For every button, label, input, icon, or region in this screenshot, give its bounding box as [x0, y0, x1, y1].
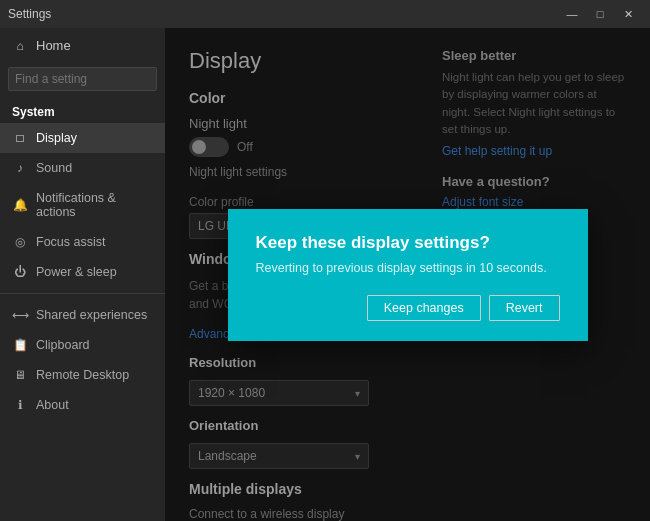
- sidebar-item-sound[interactable]: ♪ Sound: [0, 153, 165, 183]
- search-input[interactable]: [15, 72, 150, 86]
- sidebar-item-home[interactable]: ⌂ Home: [0, 28, 165, 63]
- sidebar-item-shared[interactable]: ⟷ Shared experiences: [0, 300, 165, 330]
- modal-title: Keep these display settings?: [256, 233, 560, 253]
- shared-icon: ⟷: [12, 308, 28, 322]
- about-icon: ℹ: [12, 398, 28, 412]
- sidebar-item-display[interactable]: □ Display: [0, 123, 165, 153]
- sidebar: ⌂ Home System □ Display ♪ Sound 🔔 Notifi…: [0, 28, 165, 521]
- sidebar-item-notifications-label: Notifications & actions: [36, 191, 153, 219]
- sidebar-home-label: Home: [36, 38, 71, 53]
- sidebar-item-about[interactable]: ℹ About: [0, 390, 165, 420]
- sidebar-item-sound-label: Sound: [36, 161, 72, 175]
- titlebar: Settings — □ ✕: [0, 0, 650, 28]
- sidebar-search-box[interactable]: [8, 67, 157, 91]
- close-button[interactable]: ✕: [614, 0, 642, 28]
- sidebar-item-power-label: Power & sleep: [36, 265, 117, 279]
- display-icon: □: [12, 131, 28, 145]
- sidebar-item-shared-label: Shared experiences: [36, 308, 147, 322]
- modal-overlay: Keep these display settings? Reverting t…: [165, 28, 650, 521]
- modal-subtitle: Reverting to previous display settings i…: [256, 261, 560, 275]
- app-layout: ⌂ Home System □ Display ♪ Sound 🔔 Notifi…: [0, 28, 650, 521]
- keep-changes-button[interactable]: Keep changes: [367, 295, 481, 321]
- minimize-button[interactable]: —: [558, 0, 586, 28]
- maximize-button[interactable]: □: [586, 0, 614, 28]
- sidebar-item-remote-label: Remote Desktop: [36, 368, 129, 382]
- sidebar-item-power[interactable]: ⏻ Power & sleep: [0, 257, 165, 287]
- sidebar-item-focus[interactable]: ◎ Focus assist: [0, 227, 165, 257]
- sidebar-item-display-label: Display: [36, 131, 77, 145]
- sidebar-item-notifications[interactable]: 🔔 Notifications & actions: [0, 183, 165, 227]
- sidebar-item-about-label: About: [36, 398, 69, 412]
- titlebar-title: Settings: [8, 7, 51, 21]
- revert-button[interactable]: Revert: [489, 295, 560, 321]
- power-icon: ⏻: [12, 265, 28, 279]
- clipboard-icon: 📋: [12, 338, 28, 352]
- sidebar-item-clipboard[interactable]: 📋 Clipboard: [0, 330, 165, 360]
- system-section-label: System: [0, 99, 165, 123]
- modal-buttons: Keep changes Revert: [256, 295, 560, 321]
- sidebar-divider: [0, 293, 165, 294]
- focus-icon: ◎: [12, 235, 28, 249]
- titlebar-controls: — □ ✕: [558, 0, 642, 28]
- notifications-icon: 🔔: [12, 198, 28, 212]
- sidebar-item-remote[interactable]: 🖥 Remote Desktop: [0, 360, 165, 390]
- sidebar-item-clipboard-label: Clipboard: [36, 338, 90, 352]
- remote-icon: 🖥: [12, 368, 28, 382]
- keep-settings-modal: Keep these display settings? Reverting t…: [228, 209, 588, 341]
- sidebar-item-focus-label: Focus assist: [36, 235, 105, 249]
- main-content: Display Color Night light Off Night ligh…: [165, 28, 650, 521]
- home-icon: ⌂: [12, 39, 28, 53]
- sound-icon: ♪: [12, 161, 28, 175]
